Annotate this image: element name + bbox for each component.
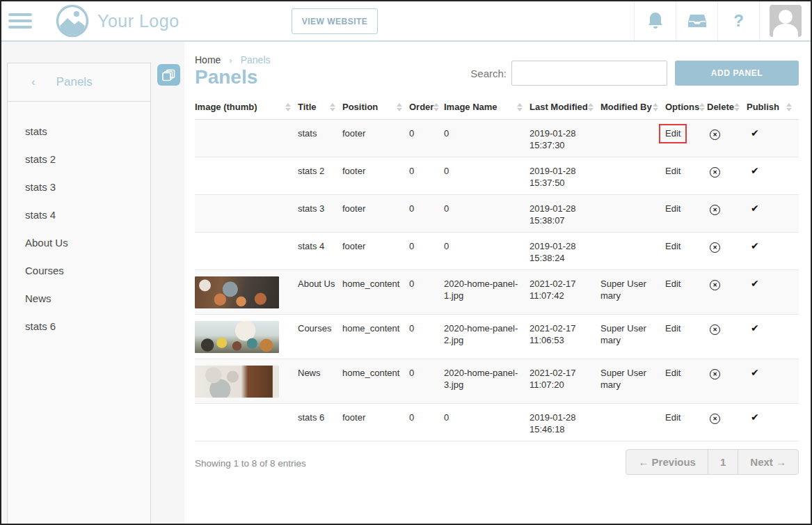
edit-link[interactable]: Edit [665, 241, 680, 251]
delete-icon[interactable]: ✕ [710, 324, 720, 335]
search-label: Search: [470, 68, 507, 79]
column-header-title[interactable]: Title [298, 99, 342, 120]
edit-link[interactable]: Edit [665, 203, 680, 214]
delete-icon[interactable]: ✕ [710, 242, 720, 253]
title-cell: stats 4 [298, 233, 342, 270]
edit-link[interactable]: Edit [665, 412, 680, 423]
publish-check-icon[interactable]: ✔ [751, 203, 759, 214]
column-header-delete[interactable]: Delete [707, 99, 747, 120]
inbox-button[interactable] [676, 1, 717, 40]
edit-link[interactable]: Edit [665, 368, 680, 378]
column-label: Order [409, 102, 433, 112]
edit-link[interactable]: Edit [665, 279, 680, 289]
breadcrumb-current-link[interactable]: Panels [241, 54, 271, 65]
order-cell: 0 [409, 233, 444, 270]
last-modified-cell: 2021-02-1711:07:20 [530, 359, 600, 404]
view-website-button[interactable]: VIEW WEBSITE [292, 8, 378, 34]
last-modified-cell: 2019-01-2815:38:07 [530, 195, 600, 233]
image-name-cell: 0 [444, 233, 530, 270]
options-cell: Edit [665, 157, 707, 195]
column-header-image-name[interactable]: Image Name [444, 99, 530, 120]
title-cell: stats 2 [298, 157, 342, 195]
publish-check-icon[interactable]: ✔ [751, 412, 759, 423]
logo[interactable]: Your Logo [56, 4, 180, 38]
page-number-button[interactable]: 1 [708, 450, 738, 474]
add-panel-button[interactable]: ADD PANEL [675, 61, 799, 86]
table-row: Newshome_content02020-home-panel-3.jpg20… [195, 359, 799, 404]
user-menu[interactable] [759, 1, 811, 40]
options-cell: Edit [665, 195, 707, 233]
options-cell: Edit [665, 120, 707, 157]
notifications-button[interactable] [634, 1, 676, 40]
image-thumb-cell [195, 404, 298, 441]
modified-time: 15:38:07 [530, 214, 594, 226]
column-header-modified-by[interactable]: Modified By [600, 99, 665, 120]
sort-icon [433, 103, 439, 111]
publish-check-icon[interactable]: ✔ [751, 240, 759, 251]
column-header-publish[interactable]: Publish [747, 99, 799, 120]
pages-stack-button[interactable] [157, 64, 180, 86]
position-cell: footer [342, 233, 409, 270]
sort-icon [699, 103, 705, 111]
sidebar-item-stats-2[interactable]: stats 2 [8, 145, 150, 173]
inbox-icon [687, 13, 707, 29]
column-label: Title [298, 102, 317, 112]
delete-icon[interactable]: ✕ [710, 280, 720, 290]
app-body: ‹ Panels statsstats 2stats 3stats 4About… [1, 42, 811, 524]
edit-link[interactable]: Edit [665, 323, 680, 334]
modified-by-cell [600, 404, 665, 441]
sort-icon [588, 103, 594, 111]
delete-icon[interactable]: ✕ [710, 414, 720, 424]
publish-check-icon[interactable]: ✔ [751, 165, 759, 176]
last-modified-cell: 2019-01-2815:46:18 [530, 404, 600, 441]
image-name-cell: 2020-home-panel-1.jpg [444, 270, 530, 315]
image-thumb-cell [195, 157, 298, 195]
publish-cell: ✔ [747, 157, 799, 195]
modified-time: 15:37:50 [530, 177, 594, 189]
publish-check-icon[interactable]: ✔ [751, 367, 759, 378]
column-header-last-modified[interactable]: Last Modified [530, 99, 600, 120]
column-header-order[interactable]: Order [409, 99, 444, 120]
delete-icon[interactable]: ✕ [710, 369, 720, 379]
edit-link-highlighted[interactable]: Edit [659, 124, 687, 143]
next-page-button[interactable]: Next → [738, 450, 798, 474]
image-thumb-cell [195, 315, 298, 359]
table-row: About Ushome_content02020-home-panel-1.j… [195, 270, 799, 315]
sidebar: ‹ Panels statsstats 2stats 3stats 4About… [1, 42, 184, 524]
publish-cell: ✔ [747, 404, 799, 441]
breadcrumb-home-link[interactable]: Home [195, 54, 221, 65]
help-button[interactable]: ? [717, 1, 759, 40]
delete-icon[interactable]: ✕ [710, 167, 720, 178]
search-input[interactable] [511, 61, 667, 86]
publish-check-icon[interactable]: ✔ [751, 127, 759, 139]
sidebar-item-about-us[interactable]: About Us [8, 228, 150, 256]
breadcrumb-separator-icon: › [229, 55, 232, 65]
edit-link[interactable]: Edit [665, 166, 680, 176]
column-header-position[interactable]: Position [342, 99, 409, 120]
sidebar-item-news[interactable]: News [8, 284, 150, 312]
sidebar-back-chevron-icon[interactable]: ‹ [31, 75, 35, 89]
sidebar-header: ‹ Panels [8, 63, 150, 102]
sidebar-item-stats-6[interactable]: stats 6 [8, 312, 150, 340]
sidebar-item-stats-3[interactable]: stats 3 [8, 173, 150, 201]
modified-time: 11:06:53 [530, 334, 594, 346]
publish-check-icon[interactable]: ✔ [751, 278, 759, 289]
title-cell: stats [298, 120, 342, 157]
modified-by-cell: Super User mary [600, 315, 665, 359]
delete-cell: ✕ [707, 315, 747, 359]
publish-check-icon[interactable]: ✔ [751, 322, 759, 334]
previous-page-button[interactable]: ← Previous [626, 450, 708, 474]
image-thumb-cell [195, 270, 298, 315]
sidebar-item-stats-4[interactable]: stats 4 [8, 201, 150, 228]
order-cell: 0 [409, 315, 444, 359]
modified-time: 11:07:42 [530, 290, 594, 301]
delete-icon[interactable]: ✕ [710, 130, 720, 140]
hamburger-menu-icon[interactable] [8, 13, 32, 29]
modified-time: 15:38:24 [530, 252, 594, 264]
sidebar-item-courses[interactable]: Courses [8, 256, 150, 284]
sidebar-item-stats[interactable]: stats [8, 117, 150, 145]
column-label: Modified By [600, 102, 652, 112]
delete-icon[interactable]: ✕ [710, 205, 720, 215]
column-header-image-thumb[interactable]: Image (thumb) [195, 99, 298, 120]
column-header-options[interactable]: Options [665, 99, 707, 120]
